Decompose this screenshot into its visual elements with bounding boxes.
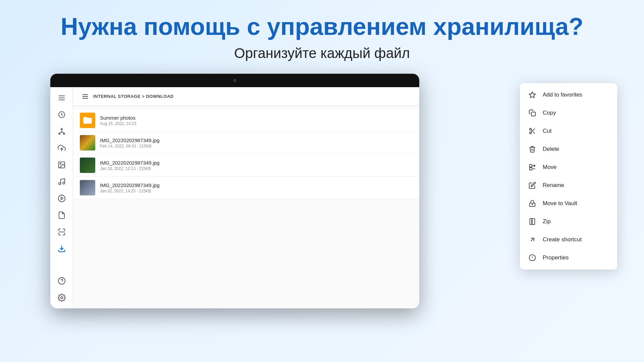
context-menu: Add to favorites Copy Cut [520,83,617,269]
context-menu-copy[interactable]: Copy [520,104,617,122]
svg-rect-36 [530,219,535,225]
svg-point-35 [532,204,533,205]
move-icon [528,163,537,172]
file-meta: Feb 14, 2022, 09:33 · 215KB [100,144,413,148]
svg-line-8 [59,132,62,133]
svg-point-21 [61,297,63,299]
copy-icon [528,109,537,117]
context-menu-move-to-vault[interactable]: Move to Vault [520,194,617,213]
file-name: Summer photos [100,115,413,121]
vault-icon [528,199,537,208]
sidebar-music-icon[interactable] [54,174,69,189]
svg-line-9 [62,132,64,133]
image-preview-2 [80,158,95,173]
svg-marker-16 [61,197,63,200]
main-area: INTERNAL STORAGE > DOWNLOAD Summer photo… [73,87,419,308]
breadcrumb: INTERNAL STORAGE > DOWNLOAD [93,94,173,99]
scissors-icon [528,127,537,135]
svg-point-13 [59,183,61,185]
context-menu-move[interactable]: Move [520,158,617,176]
sidebar-menu-icon[interactable] [54,90,69,105]
context-label-copy: Copy [543,110,556,116]
svg-point-14 [63,182,65,184]
file-thumbnail [80,135,95,150]
table-row[interactable]: IMG_20220202987349.jpg Jan 02, 2022, 14:… [73,177,419,199]
context-menu-create-shortcut[interactable]: Create shortcut [520,231,617,249]
svg-line-42 [531,238,534,241]
svg-rect-32 [530,165,532,167]
file-name: IMG_20220202987349.jpg [100,137,413,143]
trash-icon [528,145,537,154]
file-list: Summer photos Aug 15, 2022, 14:23 IMG_20… [73,106,419,308]
context-label-vault: Move to Vault [543,200,577,207]
svg-point-4 [61,128,62,130]
table-row[interactable]: Summer photos Aug 15, 2022, 14:23 [73,109,419,132]
file-info: IMG_20220202987349.jpg Feb 14, 2022, 09:… [100,137,413,148]
file-info: Summer photos Aug 15, 2022, 14:23 [100,115,413,126]
file-thumbnail [80,113,95,128]
sidebar-scan-icon[interactable] [54,225,69,239]
device-screen: INTERNAL STORAGE > DOWNLOAD Summer photo… [50,87,419,308]
table-row[interactable]: IMG_20220202987349.jpg Jan 10, 2022, 12:… [73,154,419,177]
svg-point-5 [59,133,60,134]
sidebar-images-icon[interactable] [54,158,69,172]
file-toolbar: INTERNAL STORAGE > DOWNLOAD [73,87,419,106]
image-preview-1 [80,135,95,150]
file-thumbnail [80,180,95,195]
sidebar-settings-icon[interactable] [54,290,69,305]
info-icon [528,253,537,262]
svg-point-28 [530,132,532,134]
file-name: IMG_20220202987349.jpg [100,182,413,188]
sidebar-help-icon[interactable] [54,274,69,288]
device-top-bar [50,74,419,87]
file-meta: Jan 10, 2022, 12:13 · 215KB [100,166,413,171]
file-name: IMG_20220202987349.jpg [100,160,413,166]
main-title: Нужна помощь с управлением хранилища? [7,13,637,40]
zip-icon [528,217,537,226]
sidebar-docs-icon[interactable] [54,208,69,223]
page-header: Нужна помощь с управлением хранилища? Ор… [0,0,644,68]
file-info: IMG_20220202987349.jpg Jan 02, 2022, 14:… [100,182,413,193]
file-meta: Jan 02, 2022, 14:25 · 215KB [100,189,413,193]
svg-point-27 [530,128,532,130]
file-meta: Aug 15, 2022, 14:23 [100,121,413,126]
svg-point-6 [63,133,65,134]
context-label-shortcut: Create shortcut [543,236,582,243]
context-label-cut: Cut [543,128,551,134]
rename-icon [528,181,537,190]
sidebar-network-icon[interactable] [54,124,69,139]
context-menu-add-to-favorites[interactable]: Add to favorites [520,86,617,104]
file-info: IMG_20220202987349.jpg Jan 10, 2022, 12:… [100,160,413,171]
context-label-properties: Properties [543,254,569,261]
device-frame: INTERNAL STORAGE > DOWNLOAD Summer photo… [50,74,419,308]
image-preview-3 [80,180,95,195]
context-label-add-to-favorites: Add to favorites [543,92,582,98]
context-label-zip: Zip [543,218,551,225]
camera-dot [233,79,236,82]
sidebar-cloud-icon[interactable] [54,141,69,156]
context-menu-properties[interactable]: Properties [520,249,617,267]
context-menu-delete[interactable]: Delete [520,140,617,158]
context-menu-rename[interactable]: Rename [520,176,617,194]
sidebar-video-icon[interactable] [54,191,69,206]
context-label-move: Move [543,164,557,171]
folder-icon [80,113,95,128]
table-row[interactable]: IMG_20220202987349.jpg Feb 14, 2022, 09:… [73,132,419,154]
context-menu-zip[interactable]: Zip [520,213,617,231]
svg-rect-26 [531,112,535,116]
svg-point-12 [60,163,61,164]
shortcut-icon [528,235,537,244]
sidebar-download-icon[interactable] [54,241,69,256]
svg-line-30 [533,132,535,133]
svg-marker-25 [529,92,535,98]
sub-title: Организуйте каждый файл [7,45,637,61]
svg-line-31 [531,130,532,131]
file-thumbnail [80,158,95,173]
sidebar [50,87,73,308]
sidebar-recent-icon[interactable] [54,107,69,122]
context-label-delete: Delete [543,146,559,153]
toolbar-menu-icon[interactable] [80,91,91,102]
svg-point-15 [58,195,65,202]
context-menu-cut[interactable]: Cut [520,122,617,140]
context-label-rename: Rename [543,182,564,189]
